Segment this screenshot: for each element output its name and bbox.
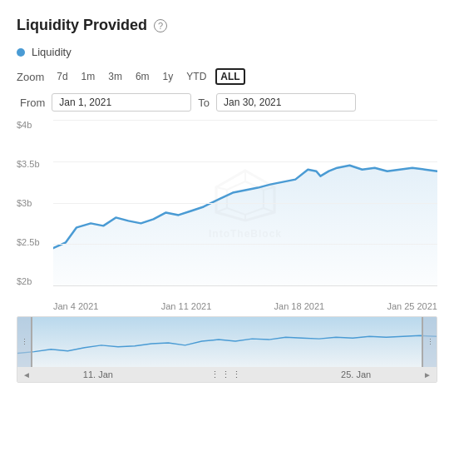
mini-x-scroll-center: ⋮⋮⋮ bbox=[210, 369, 243, 380]
scroll-left-arrow[interactable]: ◄ bbox=[21, 370, 32, 379]
scrollbar[interactable]: ◄ 11. Jan ⋮⋮⋮ 25. Jan ► bbox=[17, 367, 437, 382]
mini-right-handle[interactable]: ⋮ bbox=[422, 317, 437, 367]
help-icon[interactable]: ? bbox=[154, 19, 167, 32]
to-date-input[interactable] bbox=[216, 93, 356, 112]
grid-line-3 bbox=[53, 244, 437, 245]
zoom-label: Zoom bbox=[17, 71, 44, 83]
zoom-3m[interactable]: 3m bbox=[104, 69, 126, 84]
zoom-1y[interactable]: 1y bbox=[159, 69, 178, 84]
x-label-jan4: Jan 4 2021 bbox=[53, 301, 98, 311]
x-label-jan18: Jan 18 2021 bbox=[274, 301, 325, 311]
date-range-row: From To bbox=[20, 93, 437, 112]
grid-line-2 bbox=[53, 203, 437, 204]
mini-chart-wrapper: ⋮ ⋮ ◄ 11. Jan ⋮⋮⋮ 25. Jan ► bbox=[17, 316, 437, 383]
mini-chart-svg bbox=[17, 317, 437, 367]
svg-line-3 bbox=[264, 187, 274, 190]
y-label-4b: $4b bbox=[17, 120, 50, 130]
chart-plot-area: IntoTheBlock bbox=[53, 120, 437, 286]
mini-selection bbox=[17, 317, 437, 367]
mini-x-labels: 11. Jan ⋮⋮⋮ 25. Jan bbox=[34, 369, 420, 380]
zoom-ytd[interactable]: YTD bbox=[182, 69, 210, 84]
widget-header: Liquidity Provided ? bbox=[17, 17, 437, 34]
legend-label: Liquidity bbox=[32, 46, 72, 58]
legend-dot bbox=[17, 48, 25, 57]
left-handle-icon: ⋮ bbox=[21, 338, 28, 346]
chart-legend: Liquidity bbox=[17, 46, 437, 58]
x-label-jan11: Jan 11 2021 bbox=[161, 301, 212, 311]
mini-left-handle[interactable]: ⋮ bbox=[17, 317, 32, 367]
to-label: To bbox=[198, 97, 210, 109]
x-label-jan25: Jan 25 2021 bbox=[387, 301, 437, 311]
y-axis-labels: $4b $3.5b $3b $2.5b $2b bbox=[17, 120, 50, 286]
grid-line-bottom bbox=[53, 285, 437, 286]
mini-x-label-jan11: 11. Jan bbox=[83, 369, 113, 379]
zoom-6m[interactable]: 6m bbox=[131, 69, 154, 84]
chart-area: $4b $3.5b $3b $2.5b $2b bbox=[17, 120, 437, 311]
widget-container: Liquidity Provided ? Liquidity Zoom 7d 1… bbox=[17, 17, 437, 383]
grid-line-top bbox=[53, 120, 437, 121]
zoom-controls: Zoom 7d 1m 3m 6m 1y YTD ALL bbox=[17, 68, 437, 85]
from-label: From bbox=[20, 97, 45, 109]
zoom-all[interactable]: ALL bbox=[215, 68, 244, 85]
y-label-3b: $3b bbox=[17, 198, 50, 208]
from-date-input[interactable] bbox=[52, 93, 191, 112]
scroll-right-arrow[interactable]: ► bbox=[422, 370, 433, 379]
main-chart: $4b $3.5b $3b $2.5b $2b bbox=[17, 120, 437, 311]
svg-line-4 bbox=[264, 208, 274, 212]
zoom-7d[interactable]: 7d bbox=[52, 69, 72, 84]
svg-marker-1 bbox=[227, 181, 264, 215]
x-axis-labels: Jan 4 2021 Jan 11 2021 Jan 18 2021 Jan 2… bbox=[53, 288, 437, 311]
svg-line-6 bbox=[216, 208, 227, 212]
y-label-2b: $2b bbox=[17, 276, 50, 286]
grid-line-1 bbox=[53, 161, 437, 162]
y-label-2-5b: $2.5b bbox=[17, 237, 50, 247]
right-handle-icon: ⋮ bbox=[427, 338, 434, 346]
svg-line-7 bbox=[216, 187, 227, 190]
page-title: Liquidity Provided bbox=[17, 17, 147, 34]
mini-x-label-jan25: 25. Jan bbox=[341, 369, 371, 379]
zoom-1m[interactable]: 1m bbox=[77, 69, 100, 84]
mini-chart-inner: ⋮ ⋮ bbox=[17, 317, 437, 367]
y-label-3-5b: $3.5b bbox=[17, 159, 50, 169]
